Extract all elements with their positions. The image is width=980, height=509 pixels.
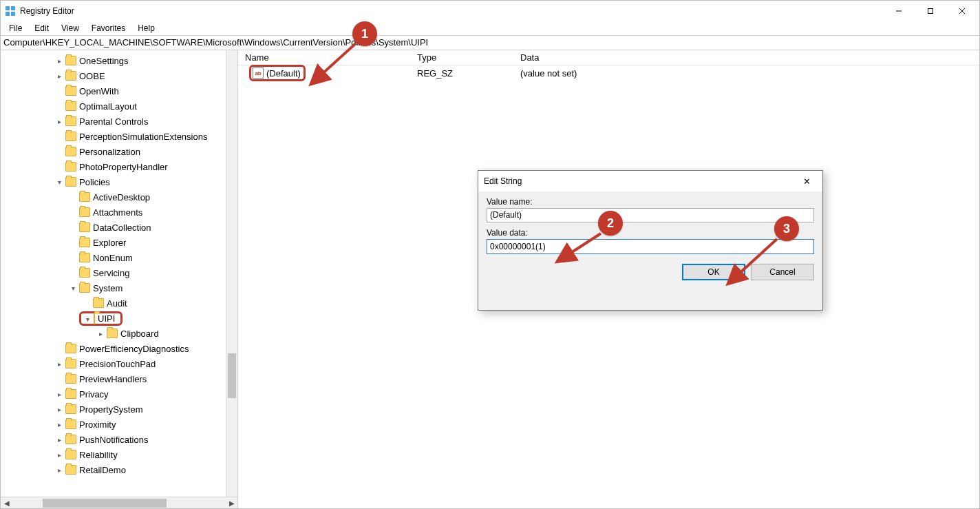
tree-item-label: PrecisionTouchPad xyxy=(79,359,160,369)
chevron-right-icon[interactable]: ▸ xyxy=(96,330,105,337)
folder-icon xyxy=(65,116,76,126)
col-header-data[interactable]: Data xyxy=(520,52,979,63)
tree-item-label: UIPI xyxy=(98,313,119,324)
tree-item-label: OptimalLayout xyxy=(79,101,141,112)
tree-item[interactable]: ▸PrecisionTouchPad xyxy=(1,356,237,371)
tree-item[interactable]: Personalization xyxy=(1,144,237,159)
ok-button[interactable]: OK xyxy=(682,264,745,280)
tree-item-label: PowerEfficiencyDiagnostics xyxy=(79,344,193,354)
tree-item-label: Privacy xyxy=(79,389,113,399)
scroll-left-icon[interactable]: ◀ xyxy=(1,497,12,509)
tree-item[interactable]: PerceptionSimulationExtensions xyxy=(1,129,237,144)
list-header: Name Type Data xyxy=(238,50,979,65)
callout-2: 2 xyxy=(598,211,623,236)
chevron-right-icon[interactable]: ▸ xyxy=(54,436,64,444)
chevron-down-icon[interactable]: ▾ xyxy=(54,178,64,186)
menu-view[interactable]: View xyxy=(56,23,85,34)
folder-icon xyxy=(65,177,76,187)
close-button[interactable] xyxy=(946,1,978,21)
dialog-close-button[interactable]: ✕ xyxy=(796,171,817,191)
folder-icon xyxy=(65,359,76,368)
folder-icon xyxy=(65,56,76,65)
cancel-button[interactable]: Cancel xyxy=(751,264,814,280)
tree-item[interactable]: PreviewHandlers xyxy=(1,371,237,386)
folder-icon xyxy=(65,86,76,96)
folder-icon xyxy=(79,207,90,217)
tree-item[interactable]: ▸PropertySystem xyxy=(1,402,237,417)
chevron-right-icon[interactable]: ▸ xyxy=(54,391,64,398)
chevron-down-icon[interactable]: ▾ xyxy=(83,315,92,323)
tree-item[interactable]: ▸PushNotifications xyxy=(1,432,237,447)
dialog-titlebar: Edit String ✕ xyxy=(478,171,822,191)
tree-item-label: OOBE xyxy=(79,71,109,81)
value-row[interactable]: ab (Default) REG_SZ (value not set) xyxy=(238,65,979,81)
chevron-right-icon[interactable]: ▸ xyxy=(54,406,64,413)
tree-item[interactable]: DataCollection xyxy=(1,220,237,235)
tree-item[interactable]: ▸Reliability xyxy=(1,447,237,462)
menu-file[interactable]: File xyxy=(3,23,28,34)
chevron-right-icon[interactable]: ▸ xyxy=(54,118,64,125)
folder-icon xyxy=(79,222,90,232)
tree-item[interactable]: ▸OneSettings xyxy=(1,53,237,68)
chevron-right-icon[interactable]: ▸ xyxy=(54,421,64,428)
address-bar[interactable]: Computer\HKEY_LOCAL_MACHINE\SOFTWARE\Mic… xyxy=(1,35,979,50)
edit-string-dialog: Edit String ✕ Value name: (Default) Valu… xyxy=(478,170,823,311)
tree-item-label: RetailDemo xyxy=(79,465,130,475)
tree-item-label: Reliability xyxy=(79,450,122,460)
folder-icon xyxy=(79,253,90,262)
tree-item[interactable]: ▸Proximity xyxy=(1,417,237,432)
tree-item[interactable]: Servicing xyxy=(1,265,237,280)
tree-item[interactable]: PhotoPropertyHandler xyxy=(1,159,237,174)
chevron-right-icon[interactable]: ▸ xyxy=(54,72,64,80)
folder-icon xyxy=(79,283,90,293)
menu-favorites[interactable]: Favorites xyxy=(86,23,131,34)
chevron-right-icon[interactable]: ▸ xyxy=(54,466,64,474)
tree-item[interactable]: ▾UIPI xyxy=(1,311,237,326)
tree-item[interactable]: Audit xyxy=(1,295,237,311)
tree-item[interactable]: ▾Policies xyxy=(1,174,237,189)
col-header-name[interactable]: Name xyxy=(238,52,417,63)
value-data-input[interactable] xyxy=(487,239,814,254)
scroll-right-icon[interactable]: ▶ xyxy=(226,497,237,509)
menu-edit[interactable]: Edit xyxy=(29,23,54,34)
chevron-right-icon[interactable]: ▸ xyxy=(54,451,64,459)
minimize-button[interactable] xyxy=(883,1,915,21)
folder-icon xyxy=(79,238,90,247)
vertical-scrollbar[interactable] xyxy=(226,50,237,497)
tree-item[interactable]: Attachments xyxy=(1,205,237,220)
menu-help[interactable]: Help xyxy=(132,23,160,34)
menubar: File Edit View Favorites Help xyxy=(1,21,979,35)
tree-item[interactable]: ▸Parental Controls xyxy=(1,114,237,129)
tree-item[interactable]: NonEnum xyxy=(1,250,237,265)
folder-icon xyxy=(79,268,90,278)
tree-pane: ▸OneSettings▸OOBEOpenWithOptimalLayout▸P… xyxy=(1,50,238,508)
value-data-label: Value data: xyxy=(487,228,814,238)
tree-item[interactable]: OpenWith xyxy=(1,83,237,98)
col-header-type[interactable]: Type xyxy=(417,52,520,63)
chevron-right-icon[interactable]: ▸ xyxy=(54,57,64,65)
folder-icon xyxy=(93,298,104,308)
tree-item[interactable]: ▸Clipboard xyxy=(1,326,237,341)
tree-item-label: PreviewHandlers xyxy=(79,374,151,384)
tree-item[interactable]: OptimalLayout xyxy=(1,98,237,114)
chevron-down-icon[interactable]: ▾ xyxy=(68,284,78,292)
tree-item-label: Parental Controls xyxy=(79,116,152,127)
tree-item[interactable]: PowerEfficiencyDiagnostics xyxy=(1,341,237,356)
maximize-button[interactable] xyxy=(915,1,946,21)
horizontal-scrollbar[interactable]: ◀ ▶ xyxy=(1,497,237,508)
svg-rect-1 xyxy=(11,6,15,10)
tree-item[interactable]: ▾System xyxy=(1,280,237,295)
tree-item-label: Explorer xyxy=(93,238,130,248)
tree-item[interactable]: ActiveDesktop xyxy=(1,189,237,205)
tree-item[interactable]: ▸Privacy xyxy=(1,386,237,402)
tree-item-label: PhotoPropertyHandler xyxy=(79,162,172,172)
callout-3: 3 xyxy=(774,216,799,241)
chevron-right-icon[interactable]: ▸ xyxy=(54,360,64,368)
folder-icon xyxy=(107,329,118,338)
tree-item-label: PushNotifications xyxy=(79,435,152,445)
tree-item[interactable]: Explorer xyxy=(1,235,237,250)
tree-item[interactable]: ▸RetailDemo xyxy=(1,462,237,477)
tree-item[interactable]: ▸OOBE xyxy=(1,68,237,83)
svg-rect-2 xyxy=(6,12,10,16)
folder-icon xyxy=(65,162,76,172)
